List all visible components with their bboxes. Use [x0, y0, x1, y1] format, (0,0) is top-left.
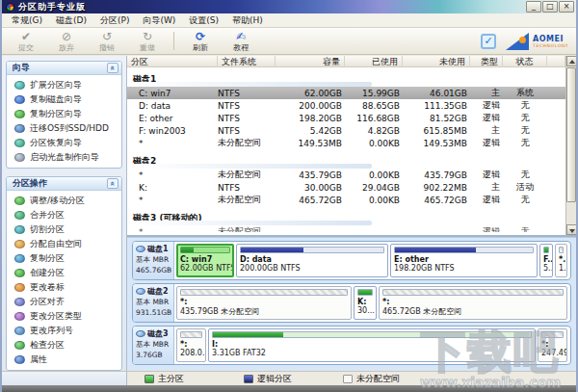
partition-block-disk2-unallocated-1[interactable]: *: 435.79GB 未分配空间	[176, 286, 352, 320]
sidebar-item-change-type[interactable]: 更改分区类型	[9, 309, 119, 324]
partition-block-k[interactable]: K: 30...	[354, 286, 377, 320]
sidebar-item-check[interactable]: 检查分区	[9, 338, 119, 353]
disk3-label[interactable]: 磁盘3 基本 MBR 3.76GB	[133, 327, 174, 364]
sidebar-footer	[2, 372, 127, 385]
table-row-disk2-unallocated-2[interactable]: *未分配空间465.72GB0.00KB465.72GB逻辑无	[127, 194, 565, 206]
copy-partition-icon	[14, 254, 25, 263]
menu-disk[interactable]: 磁盘(D)	[50, 13, 92, 28]
tutorial-button[interactable]: ✍ 教程	[221, 29, 261, 53]
partition-block-c[interactable]: C: win7 62.00GB NTFS	[176, 244, 234, 277]
check-icon: ✔	[21, 31, 31, 43]
maximize-button[interactable]: □	[542, 1, 558, 13]
partition-block-e[interactable]: E: other 198.20GB NTFS	[390, 244, 538, 277]
table-row-disk2-unallocated-1[interactable]: *未分配空间435.79GB0.00KB435.79GB逻辑无	[127, 169, 565, 181]
disk3-group-header: 磁盘3 (可移动的)	[127, 206, 565, 225]
minimize-button[interactable]: _	[526, 1, 541, 13]
sidebar-item-migrate-os[interactable]: 迁移OS到SSD/HDD	[9, 121, 119, 136]
sidebar-item-merge[interactable]: 合并分区	[9, 208, 119, 222]
merge-partition-icon	[14, 211, 25, 220]
partition-block-f[interactable]: F.. 5..	[539, 244, 553, 277]
title-bar: 分区助手专业版 _ □ ×	[2, 0, 576, 13]
menu-general[interactable]: 常规(G)	[6, 13, 48, 28]
legend-unallocated: 未分配空间	[343, 373, 425, 385]
sidebar-item-recovery-wizard[interactable]: 分区恢复向导	[9, 136, 119, 150]
scrollbar-thumb[interactable]	[566, 67, 576, 202]
partition-block-disk2-unallocated-2[interactable]: *: 465.72GB 未分配空间	[379, 286, 567, 320]
sidebar-item-extend-wizard[interactable]: 扩展分区向导	[9, 78, 119, 92]
table-row-disk1-unallocated[interactable]: *未分配空间149.53MB0.00KB149.53MB逻辑无	[127, 137, 565, 149]
checkbox-icon[interactable]: ✓	[481, 34, 496, 49]
change-serial-icon	[14, 327, 25, 335]
disk2-label[interactable]: 磁盘2 基本 MBR 931.51GB	[133, 284, 174, 322]
disk3-row: 磁盘3 基本 MBR 3.76GB *: 208.0... I:	[132, 326, 571, 365]
header-partition[interactable]: 分区	[127, 56, 218, 67]
split-partition-icon	[14, 225, 25, 234]
header-type[interactable]: 类型	[470, 56, 503, 67]
table-row-disk3-partial[interactable]: *未分配空间逻辑无	[127, 225, 565, 232]
sidebar-item-properties[interactable]: 属性	[9, 353, 119, 367]
sidebar-item-align[interactable]: 分区对齐	[9, 295, 119, 309]
refresh-button[interactable]: ⟳ 刷新	[180, 29, 221, 53]
sidebar-item-create-partition[interactable]: 创建分区	[9, 266, 119, 280]
usage-bar	[180, 331, 202, 338]
wizards-panel-header[interactable]: 向导 «	[7, 62, 121, 75]
partition-block-disk3-unallocated-2[interactable]: *: 247.49...	[538, 328, 567, 362]
usage-bar	[180, 247, 230, 253]
submit-button[interactable]: ✔ 提交	[6, 29, 46, 53]
partition-block-d[interactable]: D: data 200.00GB NTFS	[236, 244, 388, 277]
menu-bar: 常规(G) 磁盘(D) 分区(P) 向导(W) 设置(S) 帮助(H)	[2, 13, 576, 28]
sidebar-item-split[interactable]: 切割分区	[9, 222, 119, 237]
operations-panel-title: 分区操作	[13, 177, 47, 190]
header-status[interactable]: 状态	[503, 56, 547, 67]
disk-icon	[136, 246, 145, 252]
sidebar-item-boot-disc-wizard[interactable]: 启动光盘制作向导	[9, 150, 119, 165]
undo-icon: ↺	[102, 31, 112, 43]
partition-block-disk3-unallocated-1[interactable]: *: 208.0...	[176, 328, 206, 362]
sidebar-item-change-serial[interactable]: 更改序列号	[9, 324, 119, 338]
table-scrollbar[interactable]	[565, 56, 576, 235]
header-unused[interactable]: 未使用	[403, 56, 470, 67]
legend-bar: 主分区 逻辑分区 未分配空间	[2, 371, 576, 385]
sidebar-item-allocate-free[interactable]: 分配自由空间	[9, 237, 119, 251]
menu-wizard[interactable]: 向导(W)	[137, 13, 181, 28]
sidebar-item-resize-move[interactable]: 调整/移动分区	[9, 194, 119, 208]
undo-button[interactable]: ↺ 撤销	[87, 29, 127, 53]
app-icon	[6, 3, 14, 12]
menu-help[interactable]: 帮助(H)	[226, 13, 269, 28]
collapse-icon[interactable]: «	[107, 63, 118, 73]
table-row-d-data[interactable]: D: dataNTFS200.00GB88.65GB111.35GB逻辑无	[127, 99, 565, 112]
sidebar: 向导 « 扩展分区向导 复制磁盘向导 复制分区向导 迁移OS到SSD/HDD 分…	[2, 56, 127, 371]
scroll-down-icon[interactable]	[566, 224, 576, 235]
scroll-up-icon[interactable]	[566, 56, 576, 66]
copy-partition-icon	[14, 110, 25, 118]
logical-swatch-icon	[244, 375, 253, 383]
partition-block-disk1-unallocated[interactable]: *. 1..	[555, 244, 567, 277]
menu-settings[interactable]: 设置(S)	[183, 13, 224, 28]
table-row-e-other[interactable]: E: otherNTFS198.20GB116.68GB81.52GB逻辑无	[127, 112, 565, 124]
logo-brand: AOMEI	[533, 35, 568, 43]
table-row-f-win2003[interactable]: F: win2003NTFS5.42GB4.82GB615.85MB主无	[127, 124, 565, 137]
operations-panel-header[interactable]: 分区操作 «	[7, 177, 121, 191]
table-row-c-win7[interactable]: C: win7NTFS62.00GB15.99GB46.01GB主系统	[127, 87, 565, 99]
window-title: 分区助手专业版	[18, 1, 525, 13]
logo-sail-icon	[506, 33, 529, 50]
usage-bar	[543, 247, 549, 253]
sidebar-item-copy-disk-wizard[interactable]: 复制磁盘向导	[9, 92, 119, 107]
header-filesystem[interactable]: 文件系统	[218, 56, 276, 67]
close-button[interactable]: ×	[559, 1, 574, 13]
header-used[interactable]: 已使用	[345, 56, 403, 67]
header-capacity[interactable]: 容量	[276, 56, 345, 67]
table-row-k[interactable]: K:NTFS30.00GB29.04GB902.22MB主活动	[127, 181, 565, 194]
discard-button[interactable]: ⊘ 放弃	[46, 29, 87, 53]
operations-panel: 分区操作 « 调整/移动分区 合并分区 切割分区 分配自由空间 复制分区 创建分…	[6, 176, 122, 371]
sidebar-item-copy-partition[interactable]: 复制分区	[9, 251, 119, 266]
partition-block-i[interactable]: I: 3.31GB FAT32	[208, 328, 536, 362]
redo-button[interactable]: ↻ 重做	[127, 29, 168, 53]
disk1-label[interactable]: 磁盘1 基本 MBR 465.76GB	[133, 242, 174, 279]
collapse-icon[interactable]: «	[107, 178, 118, 189]
legend-primary: 主分区	[144, 373, 226, 385]
usage-bar	[180, 289, 348, 296]
sidebar-item-copy-partition-wizard[interactable]: 复制分区向导	[9, 107, 119, 121]
menu-partition[interactable]: 分区(P)	[94, 13, 135, 28]
sidebar-item-change-label[interactable]: 更改卷标	[9, 280, 119, 295]
